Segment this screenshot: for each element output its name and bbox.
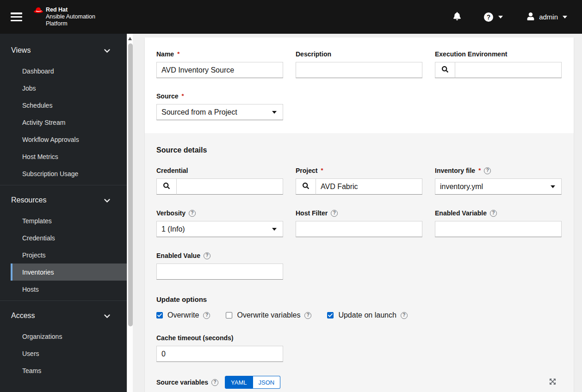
inventory-file-select[interactable]: inventory.yml	[435, 178, 562, 195]
overwrite-variables-checkbox[interactable]	[226, 312, 232, 318]
brand-line3: Platform	[46, 20, 95, 27]
nav-group-resources-label: Resources	[11, 196, 46, 204]
description-label: Description	[296, 50, 331, 58]
sidebar-item-subscription-usage[interactable]: Subscription Usage	[11, 165, 127, 182]
question-circle-icon[interactable]: ?	[189, 210, 196, 217]
required-asterisk: *	[181, 92, 184, 99]
overwrite-variables-label[interactable]: Overwrite variables	[237, 311, 300, 319]
nav-group-access-toggle[interactable]: Access	[0, 311, 127, 320]
brand-line2: Ansible Automation	[46, 13, 95, 20]
project-value[interactable]: AVD Fabric	[316, 178, 422, 195]
select-caret-down-icon	[551, 185, 555, 188]
expand-arrows-icon	[549, 378, 556, 386]
sidebar-item-jobs[interactable]: Jobs	[11, 80, 127, 97]
user-icon	[527, 12, 534, 22]
enabled-value-label: Enabled Value	[156, 252, 200, 259]
sidebar-item-templates[interactable]: Templates	[11, 212, 127, 229]
scrollbar-up-arrow-icon[interactable]	[128, 37, 132, 40]
help-icon: ?	[484, 12, 493, 22]
hamburger-menu-icon[interactable]	[11, 12, 22, 21]
yaml-toggle-button[interactable]: YAML	[225, 376, 253, 389]
source-label: Source	[156, 92, 178, 100]
chevron-down-icon	[104, 196, 110, 204]
credential-search-button[interactable]	[156, 178, 177, 195]
sidebar-item-inventories[interactable]: Inventories	[11, 263, 127, 281]
source-select[interactable]: Sourced from a Project	[156, 104, 283, 120]
nav-group-views-toggle[interactable]: Views	[0, 46, 127, 55]
question-circle-icon[interactable]: ?	[211, 379, 218, 386]
cache-timeout-input[interactable]	[156, 346, 283, 362]
enabled-variable-field: Enabled Variable ?	[435, 209, 562, 237]
username: admin	[539, 13, 558, 21]
brand-line1: Red Hat	[46, 6, 95, 13]
search-icon	[442, 66, 448, 74]
execution-environment-field: Execution Environment	[435, 50, 562, 78]
select-caret-down-icon	[272, 111, 277, 114]
source-field: Source * Sourced from a Project	[156, 92, 283, 120]
nav-group-resources-toggle[interactable]: Resources	[0, 196, 127, 205]
enabled-value-input[interactable]	[156, 263, 283, 280]
description-input[interactable]	[296, 62, 422, 78]
sidebar-item-organizations[interactable]: Organizations	[11, 328, 127, 345]
host-filter-field: Host Filter ?	[296, 209, 422, 237]
json-toggle-button[interactable]: JSON	[253, 376, 281, 389]
question-circle-icon[interactable]: ?	[204, 252, 211, 259]
notifications-button[interactable]	[453, 12, 461, 22]
form-top-panel: Name * Description Execution Environment	[145, 37, 574, 133]
update-options-title: Update options	[156, 295, 562, 303]
question-circle-icon[interactable]: ?	[484, 167, 491, 174]
verbosity-select[interactable]: 1 (Info)	[156, 221, 283, 237]
help-menu[interactable]: ?	[484, 12, 503, 22]
sidebar-item-projects[interactable]: Projects	[11, 246, 127, 263]
verbosity-value: 1 (Info)	[161, 225, 185, 233]
enabled-variable-label: Enabled Variable	[435, 209, 487, 217]
sidebar-item-workflow-approvals[interactable]: Workflow Approvals	[11, 131, 127, 148]
execution-environment-label: Execution Environment	[435, 50, 507, 58]
sidebar-item-teams[interactable]: Teams	[11, 362, 127, 379]
overwrite-option: Overwrite ?	[156, 311, 210, 319]
chevron-down-icon	[104, 312, 110, 320]
description-field: Description	[296, 50, 422, 78]
source-variables-row: Source variables ? YAML JSON	[156, 376, 562, 389]
main-content: Name * Description Execution Environment	[133, 34, 582, 392]
question-circle-icon[interactable]: ?	[401, 312, 408, 319]
question-circle-icon[interactable]: ?	[331, 210, 338, 217]
update-on-launch-checkbox[interactable]	[327, 312, 334, 318]
overwrite-checkbox[interactable]	[156, 312, 163, 318]
project-search-button[interactable]	[296, 178, 316, 195]
sidebar-scrollbar-thumb[interactable]	[128, 43, 133, 326]
sidebar-item-dashboard[interactable]: Dashboard	[11, 62, 127, 80]
execution-environment-input[interactable]	[455, 62, 562, 78]
update-on-launch-label[interactable]: Update on launch	[338, 311, 396, 319]
question-circle-icon[interactable]: ?	[203, 312, 210, 319]
sidebar-item-credentials[interactable]: Credentials	[11, 229, 127, 246]
sidebar-scrollbar[interactable]	[127, 34, 133, 392]
bell-icon	[453, 12, 461, 22]
enabled-variable-input[interactable]	[435, 221, 562, 237]
editor-expand-button[interactable]	[549, 378, 556, 386]
verbosity-label: Verbosity	[156, 209, 186, 217]
host-filter-input[interactable]	[296, 221, 422, 237]
required-asterisk: *	[478, 167, 481, 174]
update-options-row: Overwrite ? Overwrite variables ? Update…	[156, 311, 562, 319]
user-menu[interactable]: admin	[527, 12, 567, 22]
question-circle-icon[interactable]: ?	[490, 210, 497, 217]
execution-environment-search-button[interactable]	[435, 62, 455, 78]
sidebar-item-host-metrics[interactable]: Host Metrics	[11, 148, 127, 165]
name-input[interactable]	[156, 62, 283, 78]
source-variables-format-toggle: YAML JSON	[225, 376, 280, 389]
name-label: Name	[156, 50, 174, 58]
update-on-launch-option: Update on launch ?	[327, 311, 407, 319]
credential-input[interactable]	[177, 178, 283, 195]
sidebar-item-users[interactable]: Users	[11, 345, 127, 362]
question-circle-icon[interactable]: ?	[304, 312, 311, 319]
sidebar-item-hosts[interactable]: Hosts	[11, 281, 127, 298]
verbosity-field: Verbosity ? 1 (Info)	[156, 209, 283, 237]
sidebar-item-activity-stream[interactable]: Activity Stream	[11, 114, 127, 131]
redhat-logo: Red Hat Ansible Automation Platform	[33, 6, 95, 27]
enabled-value-field: Enabled Value ?	[156, 252, 283, 280]
sidebar-item-schedules[interactable]: Schedules	[11, 97, 127, 114]
help-chevron-down-icon	[498, 16, 503, 18]
host-filter-label: Host Filter	[296, 209, 328, 217]
overwrite-label[interactable]: Overwrite	[167, 311, 199, 319]
